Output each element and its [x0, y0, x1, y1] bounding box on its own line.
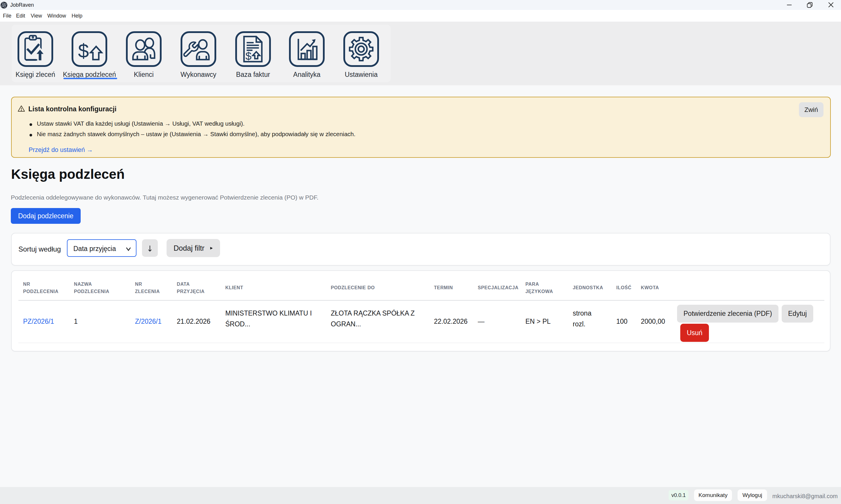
svg-text:$: $ [246, 50, 252, 62]
svg-text:$: $ [78, 40, 89, 62]
